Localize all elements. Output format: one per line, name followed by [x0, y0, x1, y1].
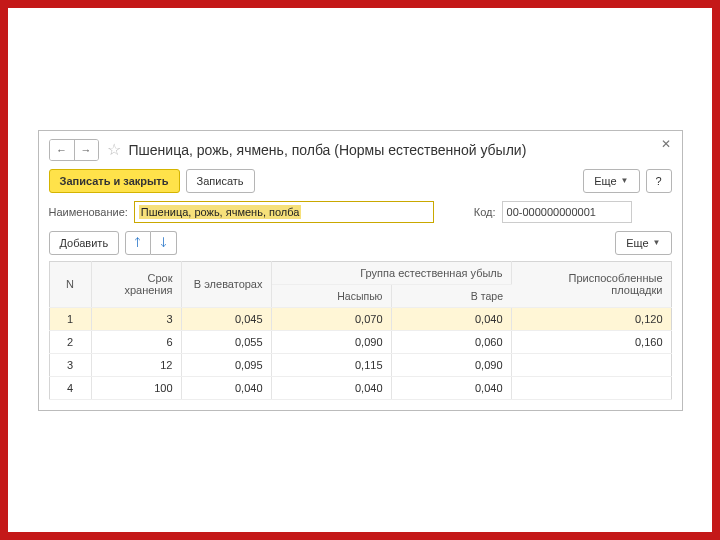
col-storage: Срок хранения — [91, 261, 181, 307]
outer-frame: ✕ ← → ☆ Пшеница, рожь, ячмень, полба (Но… — [0, 0, 720, 540]
title-row: ← → ☆ Пшеница, рожь, ячмень, полба (Норм… — [49, 139, 672, 161]
name-input[interactable]: Пшеница, рожь, ячмень, полба — [134, 201, 434, 223]
name-label: Наименование: — [49, 206, 128, 218]
table-row[interactable]: 3 12 0,095 0,115 0,090 — [49, 353, 671, 376]
col-bag: В таре — [391, 284, 511, 307]
table-row[interactable]: 4 100 0,040 0,040 0,040 — [49, 376, 671, 399]
name-value-selected: Пшеница, рожь, ячмень, полба — [139, 205, 302, 219]
chevron-down-icon: ▼ — [621, 176, 629, 185]
more-label: Еще — [594, 175, 616, 187]
col-n: N — [49, 261, 91, 307]
fields-row: Наименование: Пшеница, рожь, ячмень, пол… — [49, 201, 672, 223]
code-input[interactable]: 00-000000000001 — [502, 201, 632, 223]
form-window: ✕ ← → ☆ Пшеница, рожь, ячмень, полба (Но… — [38, 130, 683, 411]
table-row[interactable]: 2 6 0,055 0,090 0,060 0,160 — [49, 330, 671, 353]
more-button-top[interactable]: Еще ▼ — [583, 169, 639, 193]
col-group: Группа естественная убыль — [271, 261, 511, 284]
move-up-button[interactable]: 🡑 — [125, 231, 151, 255]
move-down-button[interactable]: 🡓 — [151, 231, 177, 255]
close-icon[interactable]: ✕ — [658, 137, 674, 153]
nav-buttons: ← → — [49, 139, 99, 161]
col-elevators: В элеваторах — [181, 261, 271, 307]
move-buttons: 🡑 🡓 — [125, 231, 177, 255]
add-row-button[interactable]: Добавить — [49, 231, 120, 255]
table-row[interactable]: 1 3 0,045 0,070 0,040 0,120 — [49, 307, 671, 330]
rates-table: N Срок хранения В элеваторах Группа есте… — [49, 261, 672, 400]
table-toolbar: Добавить 🡑 🡓 Еще ▼ — [49, 231, 672, 255]
help-button[interactable]: ? — [646, 169, 672, 193]
code-value: 00-000000000001 — [507, 206, 596, 218]
code-label: Код: — [474, 206, 496, 218]
col-adapted: Приспособленные площадки — [511, 261, 671, 307]
favorite-star-icon[interactable]: ☆ — [105, 141, 123, 159]
forward-button[interactable]: → — [74, 140, 98, 160]
col-bulk: Насыпью — [271, 284, 391, 307]
main-toolbar: Записать и закрыть Записать Еще ▼ ? — [49, 169, 672, 193]
more-table-label: Еще — [626, 237, 648, 249]
save-button[interactable]: Записать — [186, 169, 255, 193]
save-close-button[interactable]: Записать и закрыть — [49, 169, 180, 193]
back-button[interactable]: ← — [50, 140, 74, 160]
more-button-table[interactable]: Еще ▼ — [615, 231, 671, 255]
chevron-down-icon: ▼ — [653, 238, 661, 247]
table-body: 1 3 0,045 0,070 0,040 0,120 2 6 0,055 0,… — [49, 307, 671, 399]
page-title: Пшеница, рожь, ячмень, полба (Нормы есте… — [129, 142, 527, 158]
